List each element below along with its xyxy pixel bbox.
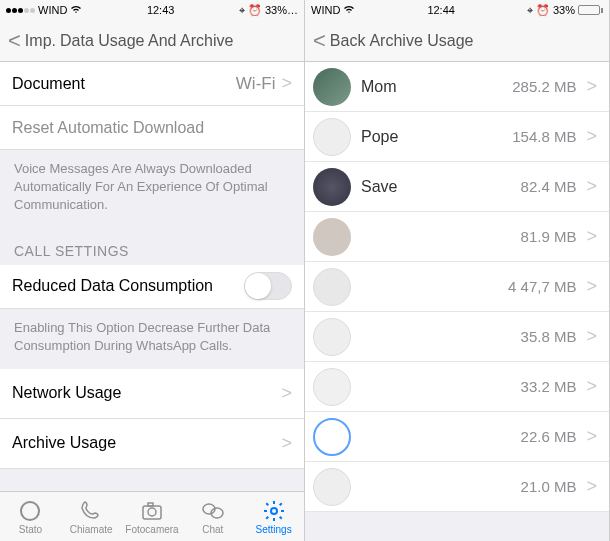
archive-row[interactable]: 22.6 MB >: [305, 412, 609, 462]
document-row[interactable]: Document Wi-Fi >: [0, 62, 304, 106]
tab-label: Chat: [202, 524, 223, 535]
tab-stato[interactable]: Stato: [0, 492, 61, 541]
svg-point-6: [271, 508, 277, 514]
wifi-icon: [70, 4, 82, 16]
archive-list: Mom 285.2 MB > Pope 154.8 MB > Save 82.4…: [305, 62, 609, 541]
nav-bar: < Back Archive Usage: [305, 20, 609, 62]
tab-bar: Stato Chiamate Fotocamera Chat Settings: [0, 491, 304, 541]
chevron-right-icon: >: [586, 126, 597, 147]
back-label[interactable]: Imp.: [25, 32, 56, 50]
status-left: WIND: [6, 4, 82, 16]
chat-size: 285.2 MB: [512, 78, 576, 95]
svg-point-0: [21, 502, 39, 520]
status-bar: WIND 12:43 ⌖ ⏰ 33%…: [0, 0, 304, 20]
reduced-data-label: Reduced Data Consumption: [12, 277, 213, 295]
svg-point-2: [148, 508, 156, 516]
avatar: [313, 318, 351, 356]
battery-icon: [578, 5, 603, 15]
chat-bubbles-icon: [201, 499, 225, 523]
gear-icon: [262, 499, 286, 523]
left-screen: WIND 12:43 ⌖ ⏰ 33%… < Imp. Data Usage An…: [0, 0, 305, 541]
chevron-right-icon: >: [586, 426, 597, 447]
avatar: [313, 68, 351, 106]
content-area: Document Wi-Fi > Reset Automatic Downloa…: [0, 62, 304, 491]
tab-chiamate[interactable]: Chiamate: [61, 492, 122, 541]
chat-size: 4 47,7 MB: [508, 278, 576, 295]
back-chevron-icon[interactable]: <: [313, 28, 326, 54]
svg-rect-3: [148, 503, 153, 506]
chevron-right-icon: >: [586, 176, 597, 197]
archive-usage-label: Archive Usage: [12, 434, 116, 452]
reset-label: Reset Automatic Download: [12, 119, 204, 137]
archive-row[interactable]: Pope 154.8 MB >: [305, 112, 609, 162]
reduced-data-toggle[interactable]: [244, 272, 292, 300]
archive-row[interactable]: Mom 285.2 MB >: [305, 62, 609, 112]
tab-chat[interactable]: Chat: [182, 492, 243, 541]
reset-download-row[interactable]: Reset Automatic Download: [0, 106, 304, 150]
alarm-icon: ⏰: [248, 4, 262, 17]
avatar: [313, 168, 351, 206]
wifi-icon: [343, 4, 355, 16]
location-icon: ⌖: [239, 4, 245, 17]
nav-title: Archive Usage: [369, 32, 473, 50]
reduced-data-row[interactable]: Reduced Data Consumption: [0, 265, 304, 309]
chevron-right-icon: >: [281, 433, 292, 454]
chevron-right-icon: >: [281, 73, 292, 94]
status-left: WIND: [311, 4, 355, 16]
chevron-right-icon: >: [586, 326, 597, 347]
chat-size: 35.8 MB: [521, 328, 577, 345]
back-chevron-icon[interactable]: <: [8, 28, 21, 54]
tab-settings[interactable]: Settings: [243, 492, 304, 541]
chat-name: Mom: [361, 78, 502, 96]
right-screen: WIND 12:44 ⌖ ⏰ 33% < Back Archive Usage …: [305, 0, 610, 541]
back-label[interactable]: Back: [330, 32, 366, 50]
avatar: [313, 268, 351, 306]
network-usage-row[interactable]: Network Usage >: [0, 369, 304, 419]
reduced-info-text: Enabling This Option Decrease Further Da…: [0, 309, 304, 369]
tab-label: Settings: [256, 524, 292, 535]
chat-size: 21.0 MB: [521, 478, 577, 495]
alarm-icon: ⏰: [536, 4, 550, 17]
document-value: Wi-Fi: [236, 74, 276, 94]
carrier-label: WIND: [311, 4, 340, 16]
chat-name: Save: [361, 178, 511, 196]
nav-bar: < Imp. Data Usage And Archive: [0, 20, 304, 62]
chat-size: 33.2 MB: [521, 378, 577, 395]
avatar: [313, 118, 351, 156]
archive-row[interactable]: 4 47,7 MB >: [305, 262, 609, 312]
status-circle-icon: [18, 499, 42, 523]
tab-label: Stato: [19, 524, 42, 535]
call-settings-header: CALL SETTINGS: [0, 229, 304, 265]
chat-name: Pope: [361, 128, 502, 146]
status-right: ⌖ ⏰ 33%: [527, 4, 603, 17]
status-time: 12:44: [427, 4, 455, 16]
avatar: [313, 368, 351, 406]
chevron-right-icon: >: [586, 476, 597, 497]
nav-title: Data Usage And Archive: [60, 32, 233, 50]
location-icon: ⌖: [527, 4, 533, 17]
avatar: [313, 218, 351, 256]
archive-row[interactable]: Save 82.4 MB >: [305, 162, 609, 212]
archive-row[interactable]: 35.8 MB >: [305, 312, 609, 362]
battery-pct: 33%…: [265, 4, 298, 16]
tab-fotocamera[interactable]: Fotocamera: [122, 492, 183, 541]
chevron-right-icon: >: [586, 376, 597, 397]
signal-icon: [6, 8, 35, 13]
chat-size: 82.4 MB: [521, 178, 577, 195]
voice-info-text: Voice Messages Are Always Downloaded Aut…: [0, 150, 304, 229]
chevron-right-icon: >: [586, 276, 597, 297]
chat-size: 81.9 MB: [521, 228, 577, 245]
tab-label: Chiamate: [70, 524, 113, 535]
archive-row[interactable]: 81.9 MB >: [305, 212, 609, 262]
archive-usage-row[interactable]: Archive Usage >: [0, 419, 304, 469]
chevron-right-icon: >: [586, 76, 597, 97]
status-right: ⌖ ⏰ 33%…: [239, 4, 298, 17]
tab-label: Fotocamera: [125, 524, 178, 535]
avatar: [313, 468, 351, 506]
chat-size: 22.6 MB: [521, 428, 577, 445]
archive-row[interactable]: 33.2 MB >: [305, 362, 609, 412]
status-time: 12:43: [147, 4, 175, 16]
archive-row[interactable]: 21.0 MB >: [305, 462, 609, 512]
battery-pct: 33%: [553, 4, 575, 16]
avatar: [313, 418, 351, 456]
